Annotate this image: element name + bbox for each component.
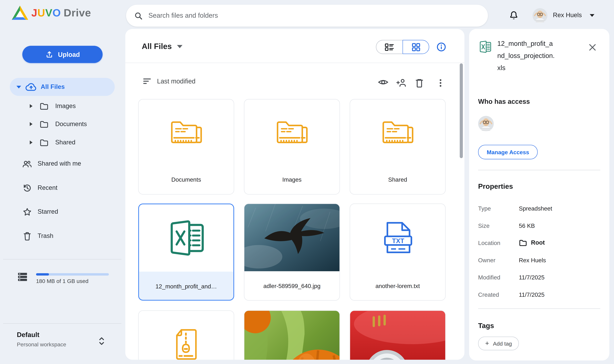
sidebar-item-label: Shared (55, 139, 75, 146)
sidebar-item-starred[interactable]: Starred (16, 203, 121, 221)
upload-label: Upload (58, 51, 80, 58)
drive-triangle-icon (12, 5, 28, 20)
file-card-pumpkins[interactable] (244, 310, 340, 360)
user-name[interactable]: Rex Huels (553, 12, 582, 19)
search-input[interactable]: Search files and folders (126, 5, 488, 27)
chevron-right-icon[interactable] (30, 141, 33, 144)
sidebar-item-shared-with-me[interactable]: Shared with me (16, 155, 121, 173)
workspace-subtitle: Personal workspace (17, 341, 66, 348)
close-icon (588, 43, 597, 52)
share-button[interactable] (396, 78, 407, 87)
sort-button[interactable]: Last modified (142, 76, 196, 86)
file-card-red-car[interactable] (350, 310, 446, 360)
folder-large-icon (169, 119, 204, 145)
folder-card-shared[interactable]: Shared (350, 99, 446, 195)
property-row-modified: Modified 11/7/2025 (478, 273, 600, 281)
manage-access-button[interactable]: Manage Access (478, 145, 538, 159)
property-row-owner: Owner Rex Huels (478, 256, 600, 264)
notifications-button[interactable] (509, 10, 519, 21)
sidebar-item-label: Shared with me (38, 160, 81, 167)
file-browser-panel: All Files (125, 29, 464, 360)
file-card-txt[interactable]: TXT another-lorem.txt (350, 204, 446, 301)
more-options-button[interactable] (436, 78, 445, 88)
folder-icon (39, 120, 49, 128)
property-label: Location (478, 239, 519, 246)
file-card-label: another-lorem.txt (350, 271, 445, 300)
sidebar-item-recent[interactable]: Recent (16, 179, 121, 197)
sort-label: Last modified (157, 78, 196, 85)
txt-icon-text: TXT (392, 237, 404, 245)
property-label: Type (478, 205, 519, 211)
search-icon (134, 11, 143, 20)
scrollbar-thumb[interactable] (460, 63, 463, 158)
bell-icon (509, 10, 519, 21)
upload-button[interactable]: Upload (22, 46, 103, 63)
list-view-button[interactable] (376, 40, 403, 54)
add-tag-button[interactable]: + Add tag (478, 337, 519, 350)
chevron-down-icon[interactable] (16, 86, 21, 88)
sort-icon (142, 76, 152, 86)
grid-view-button[interactable] (403, 40, 429, 54)
property-row-type: Type Spreadsheet (478, 204, 600, 212)
chevron-down-icon (177, 45, 182, 48)
grid-view-icon (411, 42, 421, 52)
sidebar-item-label: Documents (55, 120, 87, 128)
zip-file-icon (174, 328, 198, 360)
folder-card-documents[interactable]: Documents (138, 99, 234, 195)
property-row-location: Location Root (478, 239, 600, 247)
info-button[interactable] (436, 42, 446, 52)
file-card-zip[interactable] (138, 310, 234, 360)
folder-card-images[interactable]: Images (244, 99, 340, 195)
storage-icon (17, 272, 28, 282)
upload-icon (45, 50, 54, 59)
user-avatar[interactable] (533, 8, 548, 23)
logo-wordmark: J U V O Drive (31, 7, 91, 19)
kebab-menu-icon (436, 78, 445, 88)
plus-icon: + (485, 339, 489, 347)
workspace-switcher-button[interactable] (97, 335, 106, 347)
logo-suffix: Drive (64, 7, 91, 19)
sidebar-item-all-files[interactable]: All Files (10, 78, 115, 96)
property-value-location[interactable]: Root (531, 239, 545, 246)
chevron-right-icon[interactable] (30, 104, 33, 108)
file-thumbnail-eagle (244, 204, 340, 271)
history-icon (22, 183, 32, 193)
eye-icon (378, 78, 388, 86)
file-details-panel: 12_month_profit_a nd_loss_projection. xl… (469, 29, 609, 361)
view-title-dropdown[interactable]: All Files (142, 42, 183, 51)
folder-icon (39, 102, 49, 110)
close-button[interactable] (588, 43, 597, 52)
file-thumbnail-red-car (350, 311, 445, 360)
property-label: Owner (478, 257, 519, 263)
storage-progressbar (36, 273, 109, 276)
app-window: J U V O Drive Search files and folders R… (0, 0, 614, 364)
sidebar-item-trash[interactable]: Trash (16, 227, 121, 245)
sidebar-item-label: Trash (38, 233, 53, 240)
folder-large-icon (380, 119, 415, 145)
sidebar-item-documents[interactable]: Documents (24, 115, 121, 133)
excel-file-icon (479, 41, 492, 53)
sidebar-item-shared[interactable]: Shared (24, 133, 121, 151)
sidebar-item-images[interactable]: Images (24, 97, 121, 115)
header-divider (125, 63, 464, 63)
folder-card-label: Images (244, 176, 340, 183)
property-value: Rex Huels (519, 257, 546, 263)
sidebar-item-label: All Files (41, 83, 65, 91)
property-label: Modified (478, 274, 519, 280)
property-label: Created (478, 291, 519, 298)
preview-button[interactable] (378, 78, 388, 86)
who-has-access-title: Who has access (478, 98, 530, 106)
add-tag-label: Add tag (493, 340, 512, 347)
file-card-spreadsheet-selected[interactable]: 12_month_profit_and… (138, 204, 234, 301)
delete-button[interactable] (415, 78, 424, 88)
trash-icon (23, 231, 31, 241)
logo-letter: J (31, 7, 37, 19)
file-thumbnail-pumpkins (244, 311, 340, 360)
file-card-eagle-jpg[interactable]: adler-589599_640.jpg (244, 204, 340, 301)
folder-icon (519, 239, 527, 246)
user-menu-chevron-down-icon[interactable] (590, 14, 594, 17)
access-user-avatar[interactable] (478, 116, 494, 131)
storage-progress-fill (36, 273, 49, 276)
chevron-right-icon[interactable] (30, 122, 33, 126)
logo-letter: U (37, 7, 45, 19)
